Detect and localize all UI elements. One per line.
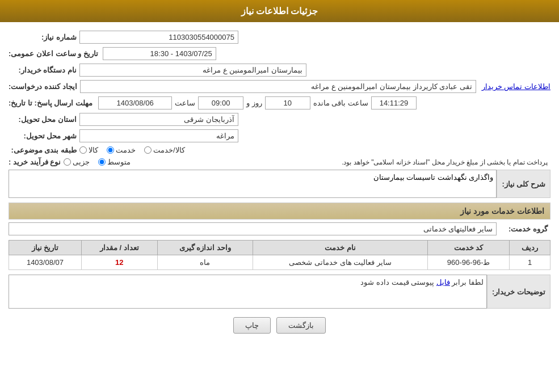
cell-service-name: سایر فعالیت های خدماتی شخصی: [253, 255, 428, 270]
city-field: مراغه: [79, 129, 238, 142]
cell-service-code: ط-96-96-960: [427, 255, 509, 270]
deadline-date-field: 1403/08/06: [98, 96, 172, 109]
radio-kala-khedmat-label: کالا/خدمت: [153, 146, 185, 154]
radio-jozii-input[interactable]: [64, 158, 71, 166]
province-row: آذربایجان شرقی استان محل تحویل:: [9, 113, 550, 126]
service-group-label: گروه خدمت:: [497, 225, 548, 233]
radio-khedmat-label: خدمت: [116, 146, 136, 154]
province-label: استان محل تحویل:: [9, 115, 77, 124]
radio-motavaset[interactable]: متوسط: [98, 158, 131, 166]
main-content: 1103030554000075 شماره نیاز: 1403/07/25 …: [0, 28, 559, 342]
page-title: جزئیات اطلاعات نیاز: [241, 6, 318, 16]
col-quantity: تعداد / مقدار: [81, 241, 157, 255]
city-row: مراغه شهر محل تحویل:: [9, 129, 550, 142]
description-label: شرح کلی نیاز:: [497, 170, 550, 198]
deadline-time-field: 09:00: [198, 96, 243, 109]
buyer-notes-content: لطفا برابر فایل پیوستی قیمت داده شود: [9, 275, 487, 309]
deadline-time-label: ساعت: [175, 99, 195, 107]
cell-date: 1403/08/07: [9, 255, 82, 270]
radio-khedmat[interactable]: خدمت: [107, 146, 136, 154]
contact-link[interactable]: اطلاعات تماس خریدار: [482, 82, 550, 91]
radio-kala-label: کالا: [89, 146, 98, 154]
radio-kala[interactable]: کالا: [79, 146, 98, 154]
radio-kala-khedmat[interactable]: کالا/خدمت: [144, 146, 185, 154]
purchase-type-label: نوع فرآیند خرید :: [9, 158, 61, 166]
service-group-row: گروه خدمت: سایر فعالیتهای خدماتی: [9, 222, 550, 235]
service-group-field: سایر فعالیتهای خدماتی: [9, 222, 497, 235]
purchase-type-row: پرداخت تمام یا بخشی از مبلغ خریدار محل "…: [9, 158, 550, 166]
deadline-row: 14:11:29 ساعت باقی مانده 10 روز و 09:00 …: [9, 96, 550, 109]
page-header: جزئیات اطلاعات نیاز: [0, 0, 559, 22]
col-service-name: نام خدمت: [253, 241, 428, 255]
page-wrapper: جزئیات اطلاعات نیاز 1103030554000075 شما…: [0, 0, 559, 392]
print-button[interactable]: چاپ: [233, 317, 271, 334]
creator-row: اطلاعات تماس خریدار تقی عبادی کاریرداز ب…: [9, 80, 550, 93]
radio-motavaset-label: متوسط: [107, 158, 131, 166]
need-number-row: 1103030554000075 شماره نیاز:: [9, 31, 550, 44]
back-button[interactable]: بازگشت: [276, 317, 326, 334]
category-radio-group: کالا/خدمت خدمت کالا: [79, 146, 185, 154]
cell-row-num: 1: [510, 255, 550, 270]
announce-datetime-field: 1403/07/25 - 18:30: [103, 47, 216, 60]
buyer-org-field: بیمارستان امیرالمومنین ع مراغه: [79, 64, 306, 77]
table-row: 1 ط-96-96-960 سایر فعالیت های خدماتی شخص…: [9, 255, 550, 270]
province-field: آذربایجان شرقی: [79, 113, 238, 126]
buyer-notes-section: توضیحات خریدار: لطفا برابر فایل پیوستی ق…: [9, 275, 550, 309]
button-row: بازگشت چاپ: [9, 317, 550, 334]
deadline-days-field: 10: [265, 96, 310, 109]
creator-field: تقی عبادی کاریرداز بیمارستان امیرالمومنی…: [80, 80, 476, 93]
announce-datetime-row: 1403/07/25 - 18:30 تاریخ و ساعت اعلان عم…: [9, 47, 550, 60]
cell-unit: ماه: [157, 255, 253, 270]
deadline-day-label: روز و: [246, 99, 262, 107]
city-label: شهر محل تحویل:: [9, 132, 77, 140]
radio-kala-input[interactable]: [79, 146, 87, 154]
file-link[interactable]: فایل: [436, 278, 450, 286]
purchase-type-note: پرداخت تمام یا بخشی از مبلغ خریدار محل "…: [133, 158, 548, 166]
radio-jozii[interactable]: جزیی: [64, 158, 90, 166]
services-section-title: اطلاعات خدمات مورد نیاز: [9, 203, 550, 220]
purchase-type-radio-group: متوسط جزیی: [64, 158, 131, 166]
need-number-field: 1103030554000075: [79, 31, 238, 44]
col-date: تاریخ نیاز: [9, 241, 82, 255]
announce-datetime-label: تاریخ و ساعت اعلان عمومی:: [9, 49, 98, 58]
radio-jozii-label: جزیی: [73, 158, 90, 166]
category-label: طبقه بندی موضوعی:: [9, 146, 77, 154]
creator-label: ایجاد کننده درخواست:: [9, 82, 77, 91]
buyer-org-row: بیمارستان امیرالمومنین ع مراغه نام دستگا…: [9, 64, 550, 77]
deadline-remaining-field: 14:11:29: [371, 96, 417, 109]
description-textarea[interactable]: واگذاری نگهداشت تاسیسات بیمارستان: [9, 170, 497, 198]
radio-motavaset-input[interactable]: [98, 158, 106, 166]
col-unit: واحد اندازه گیری: [157, 241, 253, 255]
radio-khedmat-input[interactable]: [107, 146, 114, 154]
need-number-label: شماره نیاز:: [9, 33, 77, 41]
deadline-remaining-label: ساعت باقی مانده: [313, 99, 368, 107]
col-row-num: ردیف: [510, 241, 550, 255]
radio-kala-khedmat-input[interactable]: [144, 146, 152, 154]
category-row: کالا/خدمت خدمت کالا طبقه بندی موضوعی:: [9, 146, 550, 154]
description-section: شرح کلی نیاز: واگذاری نگهداشت تاسیسات بی…: [9, 170, 550, 198]
buyer-org-label: نام دستگاه خریدار:: [9, 66, 77, 74]
buyer-notes-label: توضیحات خریدار:: [487, 275, 550, 309]
cell-quantity: 12: [81, 255, 157, 270]
deadline-label: مهلت ارسال پاسخ: تا تاریخ:: [9, 99, 93, 107]
services-table: ردیف کد خدمت نام خدمت واحد اندازه گیری ت…: [9, 240, 550, 270]
col-service-code: کد خدمت: [427, 241, 509, 255]
